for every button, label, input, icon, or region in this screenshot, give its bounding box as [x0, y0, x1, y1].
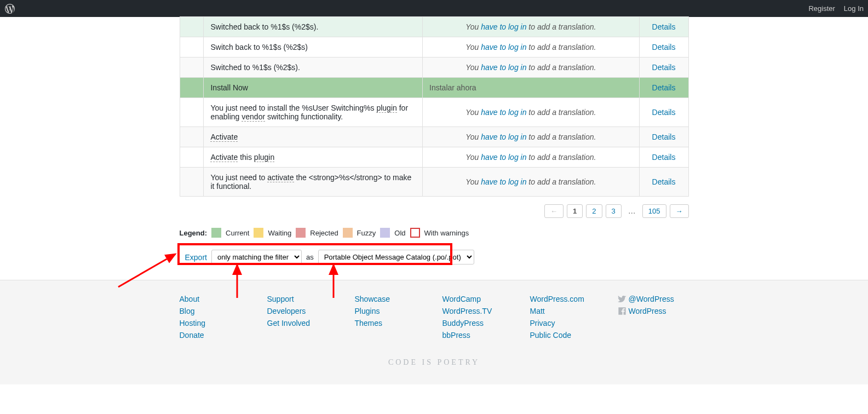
- admin-toolbar: Register Log In: [0, 0, 868, 17]
- login-prompt-link[interactable]: have to log in: [481, 177, 526, 186]
- original-text: this: [238, 153, 254, 162]
- footer-hosting[interactable]: Hosting: [180, 319, 245, 327]
- export-link[interactable]: Export: [185, 253, 207, 262]
- footer-privacy[interactable]: Privacy: [530, 319, 596, 327]
- footer-getinvolved[interactable]: Get Involved: [267, 319, 333, 327]
- pagination: ← 1 2 3 … 105 →: [180, 204, 689, 218]
- footer-col-3: Showcase Plugins Themes: [355, 295, 421, 340]
- login-prompt-link[interactable]: have to log in: [481, 153, 526, 162]
- login-prompt-link[interactable]: have to log in: [481, 133, 526, 141]
- priority-cell: [180, 37, 204, 58]
- priority-cell: [180, 17, 204, 37]
- footer-developers[interactable]: Developers: [267, 307, 333, 315]
- page-3[interactable]: 3: [606, 204, 622, 218]
- footer-donate[interactable]: Donate: [180, 331, 245, 340]
- details-link[interactable]: Details: [652, 83, 676, 92]
- wordpress-logo-icon[interactable]: [4, 3, 15, 14]
- login-prompt-link[interactable]: have to log in: [481, 22, 526, 31]
- original-text: plugin: [254, 153, 274, 162]
- footer-col-4: WordCamp WordPress.TV BuddyPress bbPress: [442, 295, 508, 340]
- details-cell: Details: [639, 37, 688, 58]
- translation-cell: You have to log in to add a translation.: [423, 37, 639, 58]
- footer-col-6: @WordPress WordPress: [618, 295, 683, 340]
- footer-wptv[interactable]: WordPress.TV: [442, 307, 508, 315]
- register-link[interactable]: Register: [808, 4, 835, 13]
- details-link[interactable]: Details: [652, 43, 676, 51]
- swatch-fuzzy: [343, 228, 353, 238]
- footer-twitter-label: @WordPress: [629, 295, 674, 303]
- details-link[interactable]: Details: [652, 133, 676, 141]
- login-link[interactable]: Log In: [844, 4, 864, 13]
- footer-themes[interactable]: Themes: [355, 319, 421, 327]
- details-link[interactable]: Details: [652, 177, 676, 186]
- priority-cell: [180, 78, 204, 98]
- original-text: activate: [267, 173, 294, 182]
- footer-twitter[interactable]: @WordPress: [618, 295, 683, 303]
- table-row: Activate this pluginYou have to log in t…: [180, 147, 688, 168]
- footer-plugins[interactable]: Plugins: [355, 307, 421, 315]
- export-scope-select[interactable]: only matching the filter: [211, 250, 302, 264]
- original-text: You just need to install the %sUser Swit…: [210, 104, 376, 112]
- login-prompt-link[interactable]: have to log in: [481, 108, 526, 117]
- legend-warnings: With warnings: [424, 229, 469, 237]
- legend: Legend: Current Waiting Rejected Fuzzy O…: [180, 228, 689, 238]
- tagline: CODE IS POETRY: [0, 358, 868, 384]
- footer-bbpress[interactable]: bbPress: [442, 331, 508, 340]
- translation-cell: You have to log in to add a translation.: [423, 98, 639, 127]
- table-row: ActivateYou have to log in to add a tran…: [180, 127, 688, 147]
- translation-cell: You have to log in to add a translation.: [423, 17, 639, 37]
- details-cell: Details: [639, 78, 688, 98]
- details-link[interactable]: Details: [652, 153, 676, 162]
- priority-cell: [180, 147, 204, 168]
- login-prompt-pre: You: [465, 108, 481, 117]
- export-as-label: as: [306, 253, 314, 261]
- footer-showcase[interactable]: Showcase: [355, 295, 421, 303]
- footer-publiccode[interactable]: Public Code: [530, 331, 596, 340]
- original-text: Switched to %1$s (%2$s).: [210, 63, 300, 72]
- footer-about[interactable]: About: [180, 295, 245, 303]
- page-2[interactable]: 2: [586, 204, 602, 218]
- footer-col-2: Support Developers Get Involved: [267, 295, 333, 340]
- legend-old: Old: [394, 229, 405, 237]
- footer-buddypress[interactable]: BuddyPress: [442, 319, 508, 327]
- login-prompt-link[interactable]: have to log in: [481, 63, 526, 72]
- legend-label: Legend:: [180, 229, 208, 237]
- details-link[interactable]: Details: [652, 22, 676, 31]
- login-prompt-post: to add a translation.: [526, 22, 596, 31]
- table-row: Install NowInstalar ahoraDetails: [180, 78, 688, 98]
- page-last[interactable]: 105: [642, 204, 666, 218]
- footer-matt[interactable]: Matt: [530, 307, 596, 315]
- original-cell: Activate this plugin: [204, 147, 423, 168]
- table-row: Switched back to %1$s (%2$s).You have to…: [180, 17, 688, 37]
- login-prompt-link[interactable]: have to log in: [481, 43, 526, 51]
- footer-support[interactable]: Support: [267, 295, 333, 303]
- details-cell: Details: [639, 147, 688, 168]
- login-prompt-pre: You: [465, 153, 481, 162]
- footer-wpcom[interactable]: WordPress.com: [530, 295, 596, 303]
- page-next[interactable]: →: [670, 204, 689, 218]
- facebook-icon: [618, 307, 626, 315]
- page-prev: ←: [544, 204, 564, 218]
- table-row: Switch back to %1$s (%2$s)You have to lo…: [180, 37, 688, 58]
- details-cell: Details: [639, 127, 688, 147]
- export-format-select[interactable]: Portable Object Message Catalog (.po/.po…: [318, 250, 474, 264]
- details-cell: Details: [639, 17, 688, 37]
- details-cell: Details: [639, 58, 688, 78]
- footer-wordcamp[interactable]: WordCamp: [442, 295, 508, 303]
- legend-rejected: Rejected: [310, 229, 338, 237]
- original-cell: Activate: [204, 127, 423, 147]
- page-ellipsis: …: [625, 204, 639, 218]
- footer-facebook[interactable]: WordPress: [618, 307, 683, 315]
- login-prompt-pre: You: [465, 133, 481, 141]
- footer-facebook-label: WordPress: [629, 307, 666, 315]
- details-link[interactable]: Details: [652, 63, 676, 72]
- swatch-rejected: [296, 228, 306, 238]
- translation-cell: You have to log in to add a translation.: [423, 127, 639, 147]
- login-prompt-pre: You: [465, 63, 481, 72]
- original-text: plugin: [376, 104, 396, 113]
- table-row: You just need to install the %sUser Swit…: [180, 98, 688, 127]
- priority-cell: [180, 127, 204, 147]
- details-link[interactable]: Details: [652, 108, 676, 117]
- footer-blog[interactable]: Blog: [180, 307, 245, 315]
- login-prompt-post: to add a translation.: [526, 133, 596, 141]
